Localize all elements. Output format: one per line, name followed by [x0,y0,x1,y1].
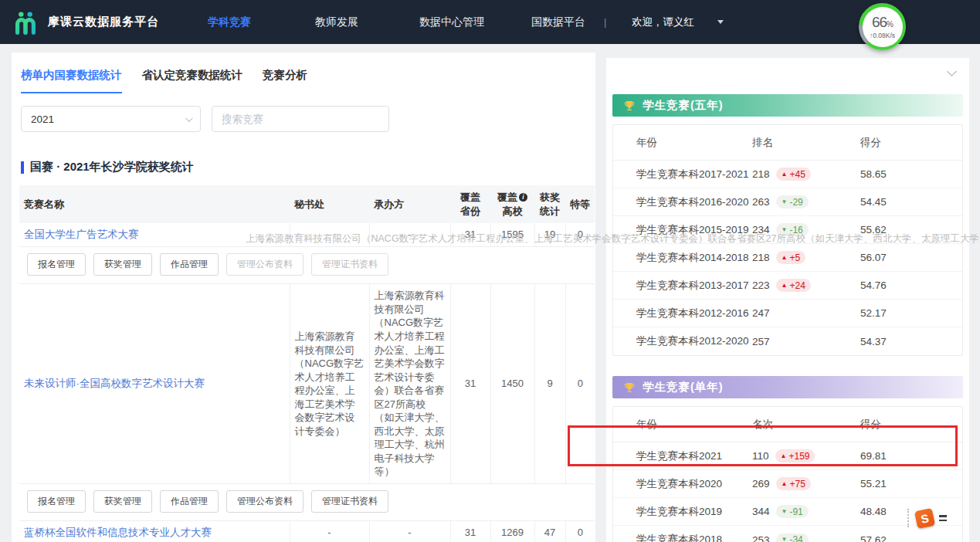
trend-up-badge: +24 [776,279,811,292]
speed-ball-rate: ↑0.08K/s [870,32,895,39]
ranking-row: 学生竞赛本科2013-2017 223+24 54.76 [613,272,962,300]
col-header-provinces: 覆盖省份 [450,185,490,223]
nav-item-teacher-development[interactable]: 教师发展 [315,0,358,44]
cell-special: 0 [565,520,595,542]
section-title: 国赛 · 2021年长沙学院获奖统计 [21,160,595,174]
caret-down-icon [717,20,724,24]
cell-secretariat: 上海索源教育科技有限公司（NACG数字艺术人才培养工程办公室、上海工艺美术学会数… [290,284,369,484]
competition-link[interactable]: 全国大学生广告艺术大赛 [24,229,139,240]
ime-menu-icon[interactable] [939,515,947,521]
brand-logo-icon [12,9,39,36]
cell-schools: 1450 [490,284,534,484]
col-header-organizer: 承办方 [369,185,450,223]
cell-schools: 1269 [490,520,534,542]
ranking-row: 学生竞赛本科2014-2018 218+5 56.07 [613,244,962,272]
triangle-up-icon [782,171,788,178]
table-header-row: 竞赛名称 秘书处 承办方 覆盖省份 覆盖i 高校 获奖统计 特等 [19,185,595,223]
triangle-down-icon [782,537,788,542]
col-header-awards: 获奖统计 [534,185,565,223]
user-dropdown[interactable]: 欢迎，谭义红 [632,0,724,44]
register-manage-button[interactable]: 报名管理 [27,490,86,513]
triangle-up-icon [782,481,788,487]
tab-national-ranked-stats[interactable]: 榜单内国赛数据统计 [21,68,122,93]
col-header-secretariat: 秘书处 [290,185,369,223]
search-input[interactable] [212,106,389,132]
welcome-text: 欢迎，谭义红 [632,15,694,29]
publish-material-button[interactable]: 管理公布资料 [226,253,303,276]
brand: 摩课云数据服务平台 [12,0,159,44]
register-manage-button[interactable]: 报名管理 [27,253,86,276]
col-score: 得分 [860,136,962,150]
action-row: 报名管理 获奖管理 作品管理 管理公布资料 管理证书资料 [19,247,595,284]
col-rank: 排名 [752,136,860,150]
collapse-chevron-icon[interactable] [947,66,957,76]
certificate-material-button[interactable]: 管理证书资料 [311,490,388,513]
action-row: 报名管理 获奖管理 作品管理 管理公布资料 管理证书资料 [19,483,595,520]
nav-item-subject-competition[interactable]: 学科竞赛 [208,0,251,44]
ranking-row: 学生竞赛本科2017-2021 218+45 58.65 [613,161,962,188]
trend-up-badge: +75 [776,477,811,490]
input-method-widget[interactable]: S [907,509,947,527]
table-row: 未来设计师·全国高校数字艺术设计大赛 上海索源教育科技有限公司（NACG数字艺术… [19,284,595,484]
chevron-down-icon [185,114,193,122]
works-manage-button[interactable]: 作品管理 [160,490,219,513]
cell-organizer: 上海索源教育科技有限公司（NACG数字艺术人才培养工程办公室、上海工艺美术学会数… [369,284,450,484]
trophy-icon [623,381,636,394]
hover-tooltip-text: 上海索源教育科技有限公司（NACG数字艺术人才培养工程办公室、上海工艺美术学会数… [246,232,980,246]
year-select[interactable]: 2021 [21,106,201,132]
filter-row: 2021 [21,106,595,132]
ranking-row: 学生竞赛本科2012-2020 257 54.37 [613,327,962,355]
main-content-card: 榜单内国赛数据统计 省认定竞赛数据统计 竞赛分析 2021 国赛 · 2021年… [12,53,595,542]
trend-up-badge: +5 [776,251,806,264]
five-year-header-row: 年份 排名 得分 [613,125,962,161]
cell-awards: 9 [534,284,565,484]
award-manage-button[interactable]: 获奖管理 [93,490,152,513]
cell-awards: 47 [534,520,565,542]
publish-material-button[interactable]: 管理公布资料 [226,490,303,513]
trophy-icon [623,100,636,112]
brand-title: 摩课云数据服务平台 [48,15,159,29]
award-manage-button[interactable]: 获奖管理 [93,253,152,276]
tab-bar: 榜单内国赛数据统计 省认定竞赛数据统计 竞赛分析 [12,53,595,93]
col-header-special: 特等 [565,185,595,223]
trend-up-badge: +45 [776,168,811,181]
year-select-value: 2021 [31,113,54,125]
info-icon[interactable]: i [519,193,527,202]
tab-province-recognized-stats[interactable]: 省认定竞赛数据统计 [142,68,243,93]
trend-down-badge: -29 [776,195,809,208]
trend-down-badge: -91 [776,505,809,518]
cell-provinces: 31 [450,520,490,542]
single-year-band: 学生竞赛(单年) [612,376,963,398]
col-header-schools: 覆盖i 高校 [490,185,534,223]
competition-link[interactable]: 未来设计师·全国高校数字艺术设计大赛 [24,378,205,389]
five-year-band: 学生竞赛(五年) [612,94,963,117]
top-navbar: 摩课云数据服务平台 学科竞赛 教师发展 数据中心管理 国数据平台 | 欢迎，谭义… [0,0,980,44]
competition-link[interactable]: 蓝桥杯全国软件和信息技术专业人才大赛 [24,527,212,538]
speed-ball-percent: 66% [872,14,893,31]
ranking-row: 学生竞赛本科2012-2016 247 52.17 [613,300,962,327]
triangle-up-icon [782,283,788,289]
ranking-row: 学生竞赛本科2020 269+75 55.21 [613,470,962,498]
certificate-material-button[interactable]: 管理证书资料 [311,253,388,276]
speed-ball-widget[interactable]: 66% ↑0.08K/s [859,3,906,50]
drag-handle-dots[interactable] [907,509,910,527]
triangle-down-icon [782,509,788,515]
col-header-competition-name: 竞赛名称 [19,185,290,223]
section-title-text: 国赛 · 2021年长沙学院获奖统计 [30,160,194,174]
nav-separator: | [604,0,606,44]
triangle-down-icon [782,199,788,205]
sogou-input-icon[interactable]: S [914,507,935,528]
title-accent-bar [21,161,24,174]
ranking-row: 学生竞赛本科2016-2020 263-29 54.45 [613,188,962,216]
ranking-panel-card: 学生竞赛(五年) 年份 排名 得分 学生竞赛本科2017-2021 218+45… [606,58,969,542]
speed-ball-face: 66% ↑0.08K/s [863,7,903,47]
nav-item-national-data-platform[interactable]: 国数据平台 [531,0,585,44]
nav-item-data-center[interactable]: 数据中心管理 [419,0,484,44]
tab-competition-analysis[interactable]: 竞赛分析 [263,68,307,93]
trend-down-badge: -34 [776,534,809,542]
annotation-box [568,425,958,466]
cell-provinces: 31 [450,284,490,484]
triangle-up-icon [782,255,788,261]
works-manage-button[interactable]: 作品管理 [160,253,219,276]
cell-organizer: - [369,520,450,542]
